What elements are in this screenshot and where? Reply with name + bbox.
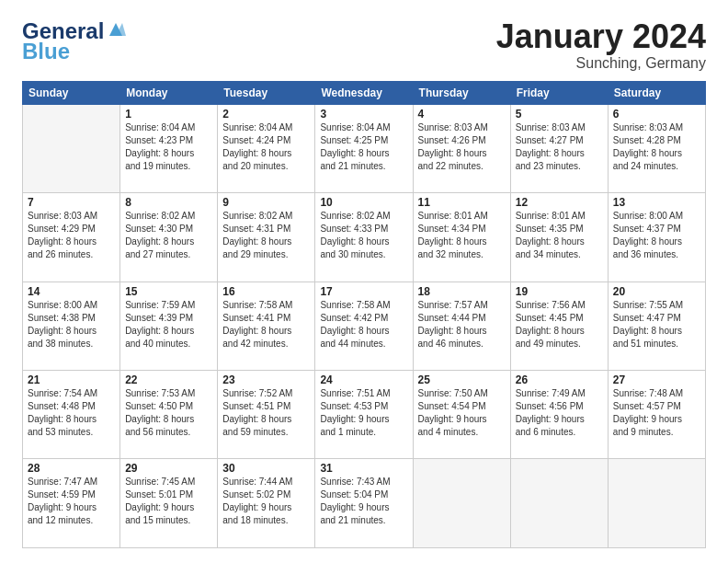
day-info-line: Sunrise: 8:03 AM (418, 121, 506, 134)
day-info-line: Sunrise: 7:50 AM (418, 387, 506, 400)
day-info: Sunrise: 7:50 AMSunset: 4:54 PMDaylight:… (418, 387, 506, 439)
calendar-cell (23, 104, 120, 192)
day-info-line: Sunset: 4:38 PM (28, 312, 115, 325)
logo: General Blue (22, 18, 126, 64)
day-info-line: Sunrise: 8:00 AM (613, 210, 700, 223)
day-number: 6 (613, 108, 700, 121)
day-number: 9 (222, 196, 310, 209)
day-info-line: Daylight: 8 hours (320, 147, 407, 160)
calendar-cell: 31Sunrise: 7:43 AMSunset: 5:04 PMDayligh… (315, 459, 413, 548)
day-info-line: Sunset: 4:33 PM (320, 223, 407, 236)
weekday-header: Tuesday (218, 81, 315, 104)
day-info-line: Daylight: 8 hours (418, 147, 506, 160)
day-number: 25 (418, 373, 506, 386)
day-number: 15 (125, 285, 212, 298)
day-info-line: Daylight: 9 hours (516, 413, 603, 426)
day-info-line: Sunrise: 7:43 AM (320, 476, 407, 488)
day-info: Sunrise: 8:04 AMSunset: 4:23 PMDaylight:… (125, 121, 212, 173)
day-number: 30 (222, 462, 310, 475)
calendar-cell: 7Sunrise: 8:03 AMSunset: 4:29 PMDaylight… (23, 193, 120, 282)
calendar-cell (608, 459, 705, 548)
day-info-line: Sunrise: 7:52 AM (222, 387, 310, 400)
calendar-cell: 2Sunrise: 8:04 AMSunset: 4:24 PMDaylight… (218, 104, 315, 192)
day-info-line: and 21 minutes. (320, 160, 407, 173)
day-info-line: Sunset: 4:48 PM (28, 400, 115, 413)
day-info-line: Daylight: 9 hours (320, 501, 407, 514)
calendar-cell: 28Sunrise: 7:47 AMSunset: 4:59 PMDayligh… (23, 459, 120, 548)
day-info-line: and 24 minutes. (613, 160, 700, 173)
calendar-cell: 14Sunrise: 8:00 AMSunset: 4:38 PMDayligh… (23, 282, 120, 370)
day-info-line: and 44 minutes. (320, 338, 407, 350)
day-info-line: Sunrise: 7:48 AM (613, 387, 700, 400)
day-number: 23 (222, 373, 310, 386)
weekday-header-row: SundayMondayTuesdayWednesdayThursdayFrid… (23, 81, 706, 104)
calendar-cell: 16Sunrise: 7:58 AMSunset: 4:41 PMDayligh… (218, 282, 315, 370)
day-info-line: Sunset: 4:42 PM (320, 312, 407, 325)
day-info-line: Daylight: 8 hours (222, 236, 310, 248)
calendar-cell: 29Sunrise: 7:45 AMSunset: 5:01 PMDayligh… (120, 459, 218, 548)
weekday-header: Thursday (413, 81, 510, 104)
calendar-cell (413, 459, 510, 548)
day-number: 21 (28, 373, 115, 386)
calendar-cell: 3Sunrise: 8:04 AMSunset: 4:25 PMDaylight… (315, 104, 413, 192)
day-info-line: Sunrise: 7:56 AM (516, 299, 603, 312)
day-info-line: Sunrise: 7:49 AM (516, 387, 603, 400)
calendar-week-row: 7Sunrise: 8:03 AMSunset: 4:29 PMDaylight… (23, 193, 706, 282)
day-info-line: Sunrise: 8:03 AM (613, 121, 700, 134)
day-info: Sunrise: 8:02 AMSunset: 4:33 PMDaylight:… (320, 210, 407, 261)
day-info-line: Daylight: 8 hours (125, 413, 212, 426)
day-info-line: and 26 minutes. (28, 248, 115, 261)
day-info-line: Sunset: 4:50 PM (125, 400, 212, 413)
calendar-cell: 30Sunrise: 7:44 AMSunset: 5:02 PMDayligh… (218, 459, 315, 548)
day-info-line: and 12 minutes. (28, 514, 115, 527)
day-info-line: Sunset: 4:56 PM (516, 400, 603, 413)
day-info-line: Sunrise: 8:03 AM (28, 210, 115, 223)
day-info: Sunrise: 8:03 AMSunset: 4:29 PMDaylight:… (28, 210, 115, 261)
calendar-cell: 12Sunrise: 8:01 AMSunset: 4:35 PMDayligh… (510, 193, 608, 282)
day-number: 20 (613, 285, 700, 298)
calendar-week-row: 1Sunrise: 8:04 AMSunset: 4:23 PMDaylight… (23, 104, 706, 192)
day-info-line: and 56 minutes. (125, 426, 212, 439)
day-info-line: Daylight: 8 hours (125, 325, 212, 338)
day-number: 24 (320, 373, 407, 386)
calendar-cell: 21Sunrise: 7:54 AMSunset: 4:48 PMDayligh… (23, 371, 120, 459)
day-info: Sunrise: 7:57 AMSunset: 4:44 PMDaylight:… (418, 299, 506, 350)
calendar-cell: 23Sunrise: 7:52 AMSunset: 4:51 PMDayligh… (218, 371, 315, 459)
day-info-line: Sunset: 4:53 PM (320, 400, 407, 413)
day-info-line: and 32 minutes. (418, 248, 506, 261)
day-info-line: Sunrise: 8:02 AM (320, 210, 407, 223)
day-info: Sunrise: 8:00 AMSunset: 4:38 PMDaylight:… (28, 299, 115, 350)
calendar-cell: 5Sunrise: 8:03 AMSunset: 4:27 PMDaylight… (510, 104, 608, 192)
day-info-line: Daylight: 9 hours (613, 413, 700, 426)
day-number: 2 (222, 108, 310, 121)
day-number: 14 (28, 285, 115, 298)
day-info: Sunrise: 8:02 AMSunset: 4:31 PMDaylight:… (222, 210, 310, 261)
day-info-line: Sunrise: 8:00 AM (28, 299, 115, 312)
day-info-line: Sunset: 4:28 PM (613, 134, 700, 147)
day-info-line: Daylight: 8 hours (125, 147, 212, 160)
day-info: Sunrise: 7:58 AMSunset: 4:42 PMDaylight:… (320, 299, 407, 350)
day-info-line: Sunrise: 7:55 AM (613, 299, 700, 312)
day-info-line: Daylight: 8 hours (222, 325, 310, 338)
day-number: 11 (418, 196, 506, 209)
day-info-line: Sunset: 4:47 PM (613, 312, 700, 325)
day-info-line: Daylight: 8 hours (516, 147, 603, 160)
day-info-line: Sunrise: 7:54 AM (28, 387, 115, 400)
day-info-line: and 46 minutes. (418, 338, 506, 350)
day-info-line: Sunset: 4:39 PM (125, 312, 212, 325)
day-info-line: Sunset: 4:24 PM (222, 134, 310, 147)
day-number: 17 (320, 285, 407, 298)
day-number: 29 (125, 462, 212, 475)
day-info-line: Sunset: 5:04 PM (320, 488, 407, 501)
day-info-line: and 59 minutes. (222, 426, 310, 439)
day-info-line: and 36 minutes. (613, 248, 700, 261)
day-number: 10 (320, 196, 407, 209)
day-info: Sunrise: 7:59 AMSunset: 4:39 PMDaylight:… (125, 299, 212, 350)
calendar-cell: 15Sunrise: 7:59 AMSunset: 4:39 PMDayligh… (120, 282, 218, 370)
day-info: Sunrise: 8:00 AMSunset: 4:37 PMDaylight:… (613, 210, 700, 261)
calendar-cell: 10Sunrise: 8:02 AMSunset: 4:33 PMDayligh… (315, 193, 413, 282)
day-info: Sunrise: 7:51 AMSunset: 4:53 PMDaylight:… (320, 387, 407, 439)
day-info-line: Daylight: 9 hours (418, 413, 506, 426)
day-info-line: Sunrise: 8:03 AM (516, 121, 603, 134)
day-number: 27 (613, 373, 700, 386)
